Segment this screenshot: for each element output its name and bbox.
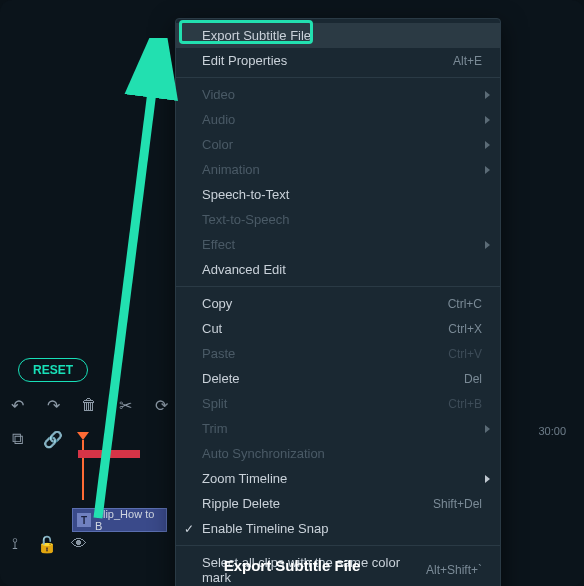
redo-icon[interactable]: ↷ <box>44 396 62 414</box>
clip-label: Clip_How to B <box>95 508 162 532</box>
menu-zoom-timeline[interactable]: Zoom Timeline <box>176 466 500 491</box>
menu-separator <box>176 286 500 287</box>
unlock-icon[interactable]: 🔓 <box>38 535 56 553</box>
timeline[interactable] <box>70 420 170 480</box>
link-icon[interactable]: 🔗 <box>44 430 62 448</box>
chevron-right-icon <box>485 425 490 433</box>
context-menu: Export Subtitle File Edit Properties Alt… <box>175 18 501 586</box>
menu-paste: PasteCtrl+V <box>176 341 500 366</box>
menu-animation: Animation <box>176 157 500 182</box>
menu-trim: Trim <box>176 416 500 441</box>
menu-separator <box>176 77 500 78</box>
menu-separator <box>176 545 500 546</box>
menu-speech-to-text[interactable]: Speech-to-Text <box>176 182 500 207</box>
menu-split: SplitCtrl+B <box>176 391 500 416</box>
chevron-right-icon <box>485 141 490 149</box>
reset-button[interactable]: RESET <box>18 358 88 382</box>
check-icon: ✓ <box>184 522 194 536</box>
clip-audio-strip <box>78 450 140 458</box>
menu-enable-snap[interactable]: ✓ Enable Timeline Snap <box>176 516 500 541</box>
trash-icon[interactable]: 🗑 <box>80 396 98 414</box>
menu-video: Video <box>176 82 500 107</box>
history-icon[interactable]: ⟳ <box>152 396 170 414</box>
track-controls: ⟟ 🔓 👁 <box>6 535 88 553</box>
timecode-label: 30:00 <box>538 425 566 437</box>
chevron-right-icon <box>485 475 490 483</box>
menu-text-to-speech: Text-to-Speech <box>176 207 500 232</box>
chevron-right-icon <box>485 166 490 174</box>
chevron-right-icon <box>485 91 490 99</box>
menu-cut[interactable]: CutCtrl+X <box>176 316 500 341</box>
screenshot-caption: Export Subtitle File <box>0 557 584 574</box>
menu-effect: Effect <box>176 232 500 257</box>
timeline-toolbar: ↶ ↷ 🗑 ✂ ⟳ <box>8 396 170 414</box>
text-clip-icon: T <box>77 513 91 527</box>
menu-color: Color <box>176 132 500 157</box>
menu-auto-sync: Auto Synchronization <box>176 441 500 466</box>
playhead[interactable] <box>82 440 84 500</box>
menu-audio: Audio <box>176 107 500 132</box>
menu-export-subtitle[interactable]: Export Subtitle File <box>176 23 500 48</box>
menu-ripple-delete[interactable]: Ripple DeleteShift+Del <box>176 491 500 516</box>
clip-title-bar[interactable]: T Clip_How to B <box>72 508 167 532</box>
timeline-toolbar-2: ⧉ 🔗 <box>8 430 62 448</box>
cut-icon[interactable]: ✂ <box>116 396 134 414</box>
chevron-right-icon <box>485 241 490 249</box>
visibility-icon[interactable]: 👁 <box>70 535 88 553</box>
chevron-right-icon <box>485 116 490 124</box>
undo-icon[interactable]: ↶ <box>8 396 26 414</box>
copy-icon[interactable]: ⧉ <box>8 430 26 448</box>
lock-icon[interactable]: ⟟ <box>6 535 24 553</box>
menu-delete[interactable]: DeleteDel <box>176 366 500 391</box>
menu-edit-properties[interactable]: Edit Properties Alt+E <box>176 48 500 73</box>
menu-copy[interactable]: CopyCtrl+C <box>176 291 500 316</box>
menu-advanced-edit[interactable]: Advanced Edit <box>176 257 500 282</box>
